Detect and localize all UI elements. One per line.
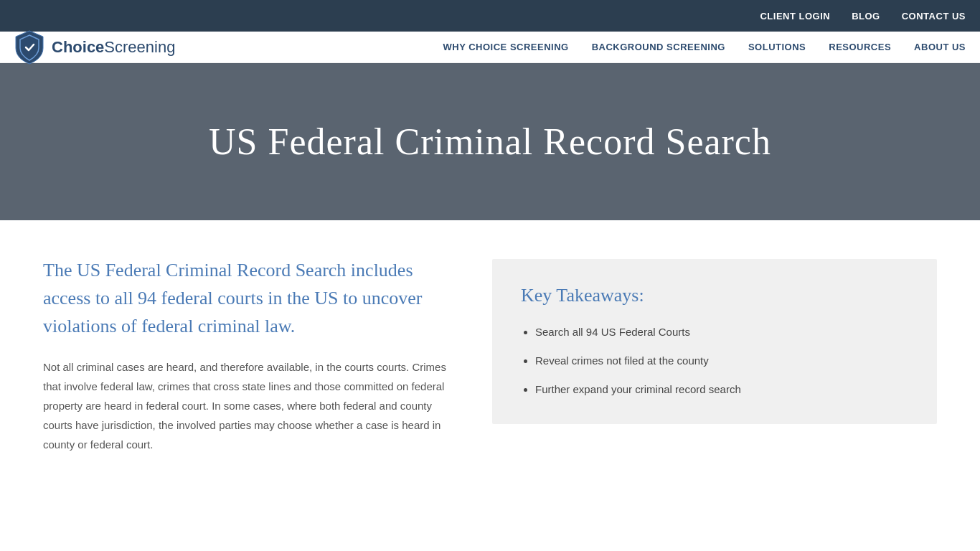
- main-nav: ChoiceScreening WHY CHOICE SCREENING BAC…: [0, 32, 980, 63]
- contact-us-link[interactable]: CONTACT US: [902, 11, 966, 22]
- takeaway-item-2: Reveal crimes not filed at the county: [535, 352, 908, 369]
- client-login-link[interactable]: CLIENT LOGIN: [760, 11, 830, 22]
- takeaways-list: Search all 94 US Federal Courts Reveal c…: [521, 324, 908, 398]
- takeaways-box: Key Takeaways: Search all 94 US Federal …: [492, 259, 937, 424]
- nav-links: WHY CHOICE SCREENING BACKGROUND SCREENIN…: [443, 42, 966, 52]
- content-section: The US Federal Criminal Record Search in…: [0, 220, 980, 490]
- page-title: US Federal Criminal Record Search: [14, 121, 966, 163]
- left-column: The US Federal Criminal Record Search in…: [43, 256, 463, 454]
- logo-text: ChoiceScreening: [52, 38, 175, 57]
- takeaway-item-1: Search all 94 US Federal Courts: [535, 324, 908, 341]
- lead-text: The US Federal Criminal Record Search in…: [43, 256, 463, 340]
- top-bar: CLIENT LOGIN BLOG CONTACT US: [0, 0, 980, 32]
- nav-resources[interactable]: RESOURCES: [829, 42, 891, 52]
- blog-link[interactable]: BLOG: [852, 11, 880, 22]
- takeaway-item-3: Further expand your criminal record sear…: [535, 381, 908, 398]
- takeaways-title: Key Takeaways:: [521, 285, 908, 306]
- nav-background-screening[interactable]: BACKGROUND SCREENING: [592, 42, 725, 52]
- logo[interactable]: ChoiceScreening: [14, 29, 175, 65]
- right-column: Key Takeaways: Search all 94 US Federal …: [492, 256, 937, 454]
- body-text: Not all criminal cases are heard, and th…: [43, 357, 463, 454]
- nav-about-us[interactable]: ABOUT US: [914, 42, 966, 52]
- nav-solutions[interactable]: SOLUTIONS: [748, 42, 806, 52]
- nav-why-choice-screening[interactable]: WHY CHOICE SCREENING: [443, 42, 569, 52]
- logo-icon: [14, 29, 44, 65]
- hero-section: US Federal Criminal Record Search: [0, 63, 980, 220]
